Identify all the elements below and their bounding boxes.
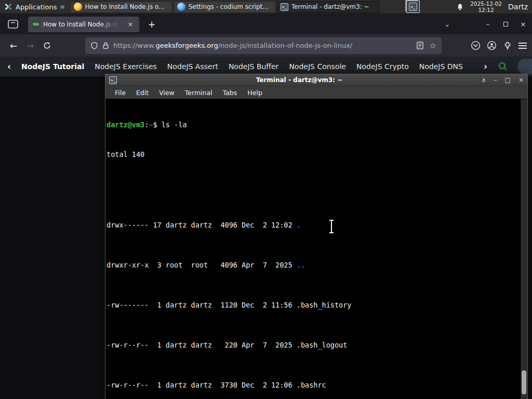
clock[interactable]: 2025-12-02 12:12	[470, 1, 502, 13]
system-tray: >_	[406, 1, 420, 13]
terminal-maximize-button[interactable]: □	[505, 76, 511, 84]
user-menu[interactable]: Dartz	[508, 3, 528, 11]
tab-close-button[interactable]: ×	[125, 19, 136, 30]
sitenav-item-exercises[interactable]: NodeJS Exercises	[95, 62, 157, 71]
nav-scroll-left-icon[interactable]: ‹	[7, 61, 11, 72]
applications-label: Applications	[16, 3, 57, 11]
applications-menu-button[interactable]: Applications ≡	[0, 0, 69, 14]
url-scheme: https://www.	[113, 42, 155, 49]
terminal-window-title: Terminal - dartz@vm3: ~	[120, 76, 478, 84]
menu-lines-icon: ≡	[60, 4, 64, 10]
nav-scroll-right-icon[interactable]: ›	[484, 61, 487, 72]
clock-date: 2025-12-02	[470, 1, 502, 7]
codium-icon	[177, 3, 185, 11]
file-name: ..	[297, 261, 305, 269]
terminal-menubar: File Edit View Terminal Tabs Help	[105, 86, 527, 99]
sitenav-item-assert[interactable]: NodeJS Assert	[167, 62, 218, 71]
shade-button[interactable]: ∧	[482, 76, 486, 84]
xfce-logo-icon	[4, 3, 12, 11]
account-icon[interactable]	[487, 41, 497, 50]
menu-view[interactable]: View	[154, 89, 180, 97]
tracking-shield-icon[interactable]	[90, 42, 98, 50]
file-name: .bash_logout	[297, 341, 348, 349]
terminal-icon: >_	[281, 3, 288, 11]
top-panel: Applications ≡ How to Install Node.js o.…	[0, 0, 532, 14]
file-attributes: drwx------ 17 dartz dartz 4096 Dec 2 12:…	[107, 221, 297, 229]
total-line: total 140	[107, 150, 527, 159]
menu-tabs[interactable]: Tabs	[218, 89, 243, 97]
new-tab-button[interactable]: +	[144, 17, 159, 32]
ls-output-row: -rw-r--r-- 1 dartz dartz 220 Apr 7 2025 …	[107, 340, 527, 350]
terminal-window: >_ Terminal - dartz@vm3: ~ ∧ – □ × File …	[105, 74, 528, 399]
tray-terminal-icon[interactable]: >_	[406, 1, 420, 13]
ls-output-row: drwxr-xr-x 3 root root 4096 Apr 7 2025 .…	[107, 260, 527, 270]
url-domain: geeksforgeeks.org	[155, 42, 218, 49]
terminal-close-button[interactable]: ×	[518, 76, 524, 84]
lock-icon[interactable]	[102, 42, 109, 49]
back-button[interactable]: ←	[5, 37, 22, 54]
terminal-scrollbar[interactable]	[521, 99, 527, 399]
terminal-icon: >_	[109, 76, 117, 84]
terminal-output[interactable]: dartz@vm3:~$ ls -la total 140 drwx------…	[105, 99, 527, 399]
url-text: https://www.geeksforgeeks.org/node-js/in…	[113, 42, 413, 49]
window-close-button[interactable]: ×	[514, 17, 532, 32]
bookmark-star-icon[interactable]: ☆	[430, 41, 436, 50]
extensions-icon[interactable]	[503, 41, 512, 50]
file-name: .bashrc	[297, 381, 326, 389]
list-all-tabs-button[interactable]: ⌄	[440, 17, 455, 32]
file-name: .	[297, 221, 301, 229]
toolbar-right-icons	[469, 41, 527, 50]
window-maximize-button[interactable]	[497, 17, 514, 32]
sign-in-button[interactable]: Sign In	[517, 59, 532, 74]
file-name: .bash_history	[297, 301, 352, 309]
maximize-icon	[503, 22, 508, 26]
taskbar-button-firefox[interactable]: How to Install Node.js o...	[70, 1, 172, 13]
taskbar-button-terminal[interactable]: >_ Terminal - dartz@vm3: ~	[277, 1, 379, 13]
menu-help[interactable]: Help	[242, 89, 268, 97]
file-attributes: -rw-r--r-- 1 dartz dartz 220 Apr 7 2025	[107, 341, 297, 349]
window-minimize-button[interactable]: –	[479, 17, 497, 32]
navigation-toolbar: ← → https://www.geeksforgeeks.org/node-j…	[0, 34, 532, 57]
gfg-favicon: GG	[32, 20, 40, 29]
pocket-icon[interactable]	[471, 41, 481, 50]
reload-icon	[43, 42, 51, 49]
menu-file[interactable]: File	[110, 89, 131, 97]
sitenav-item-console[interactable]: NodeJS Console	[289, 62, 346, 71]
prompt-user-host: dartz@vm3	[107, 121, 144, 129]
browser-tab-active[interactable]: GG How to Install Node.js on ×	[28, 17, 139, 32]
reload-button[interactable]	[38, 37, 55, 54]
terminal-minimize-button[interactable]: –	[494, 76, 497, 84]
desktop: Applications ≡ How to Install Node.js o.…	[0, 0, 532, 399]
taskbar-title-firefox: How to Install Node.js o...	[85, 3, 165, 10]
prompt-command: $ ls -la	[153, 121, 187, 129]
forward-button[interactable]: →	[22, 37, 38, 54]
url-bar[interactable]: https://www.geeksforgeeks.org/node-js/in…	[85, 37, 442, 54]
terminal-titlebar[interactable]: >_ Terminal - dartz@vm3: ~ ∧ – □ ×	[105, 74, 527, 86]
reader-view-icon[interactable]	[417, 42, 423, 49]
scrollbar-thumb[interactable]	[522, 370, 526, 394]
firefox-view-button[interactable]	[5, 17, 21, 32]
menu-edit[interactable]: Edit	[131, 89, 154, 97]
text-cursor	[328, 220, 335, 233]
menu-terminal[interactable]: Terminal	[180, 89, 218, 97]
urlbar-end-icons: ☆	[417, 41, 436, 50]
ls-output-rows: drwx------ 17 dartz dartz 4096 Dec 2 12:…	[107, 180, 527, 399]
notification-bell-icon[interactable]	[456, 3, 464, 11]
file-attributes: drwxr-xr-x 3 root root 4096 Apr 7 2025	[107, 261, 297, 269]
search-icon[interactable]	[498, 61, 508, 72]
sitenav-item-dns[interactable]: NodeJS DNS	[419, 62, 463, 71]
sitenav-item-tutorial[interactable]: NodeJS Tutorial	[21, 62, 84, 71]
app-menu-button[interactable]	[518, 43, 527, 49]
file-attributes: -rw-r--r-- 1 dartz dartz 3730 Dec 2 12:0…	[107, 381, 297, 389]
file-attributes: -rw------- 1 dartz dartz 1120 Dec 2 11:5…	[107, 301, 297, 309]
sitenav-right: Sign In	[498, 59, 532, 74]
sitenav-item-crypto[interactable]: NodeJS Crypto	[356, 62, 409, 71]
terminal-window-controls: ∧ – □ ×	[482, 76, 524, 84]
panel-status-area: 2025-12-02 12:12 Dartz	[456, 1, 532, 13]
sitenav-item-buffer[interactable]: NodeJS Buffer	[229, 62, 279, 71]
firefox-view-icon	[8, 20, 18, 29]
tab-bar: GG How to Install Node.js on × + ⌄ – ×	[0, 14, 532, 34]
taskbar-button-codium[interactable]: Settings - codium script...	[174, 1, 276, 13]
clock-time: 12:12	[470, 7, 502, 13]
firefox-icon	[74, 3, 82, 11]
